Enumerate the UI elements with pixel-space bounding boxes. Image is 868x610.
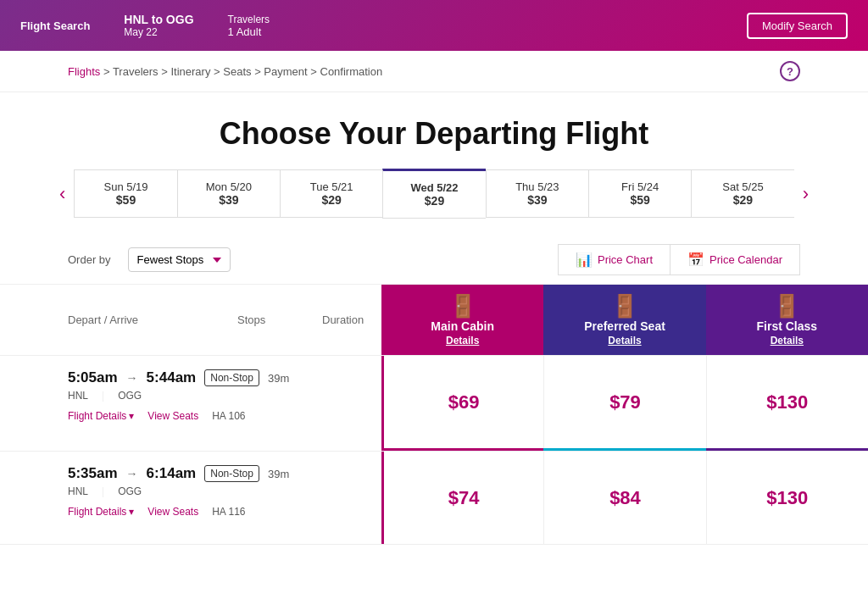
preferred-seat-icon: 🚪 [611,293,638,319]
date-tab-price-4: $39 [493,193,581,207]
price-preferred-0[interactable]: $79 [543,356,705,448]
route-text: HNL to OGG [124,13,193,26]
next-date-arrow[interactable]: › [794,183,817,205]
controls-row: Order by Fewest Stops Price Duration 📊 P… [0,236,868,285]
breadcrumb-area: Flights > Travelers > Itinerary > Seats … [0,51,868,92]
date-tab-1[interactable]: Mon 5/20 $39 [177,169,280,218]
arrive-time-1: 6:14am [147,465,197,482]
calendar-icon: 📅 [687,252,704,268]
date-tab-6[interactable]: Sat 5/25 $29 [691,169,793,218]
arrive-airport-0: OGG [118,390,142,402]
date-tab-day-5: Fri 5/24 [596,180,684,193]
flight-info-0: 5:05am → 5:44am Non-Stop 39m HNL | OGG F… [0,356,381,448]
flight-details-1[interactable]: Flight Details ▾ [68,506,134,518]
date-tab-price-0: $59 [81,193,170,207]
price-chart-label: Price Chart [598,253,653,266]
date-tab-5[interactable]: Fri 5/24 $59 [588,169,691,218]
arrow-icon-0: → [126,371,138,385]
price-calendar-label: Price Calendar [709,253,782,266]
price-chart-button[interactable]: 📊 Price Chart [558,244,670,275]
main-cabin-name: Main Cabin [431,319,494,333]
modify-search-button[interactable]: Modify Search [747,13,848,39]
duration-1: 39m [268,468,289,480]
date-tab-day-6: Sat 5/25 [698,180,787,193]
first-class-details[interactable]: Details [771,335,804,347]
flight-number-1: HA 116 [212,506,245,518]
chevron-down-icon-1: ▾ [129,506,134,518]
date-tab-0[interactable]: Sun 5/19 $59 [74,169,176,218]
arrive-airport-1: OGG [118,485,142,497]
flight-search-label: Flight Search [20,19,90,32]
cabin-header-main[interactable]: 🚪 Main Cabin Details [381,285,543,355]
date-tab-price-1: $39 [185,193,273,207]
header: Flight Search HNL to OGG May 22 Traveler… [0,0,868,51]
date-tab-price-6: $29 [698,193,787,207]
price-calendar-button[interactable]: 📅 Price Calendar [670,244,800,275]
order-by-select[interactable]: Fewest Stops Price Duration [128,247,231,272]
breadcrumb-confirmation: Confirmation [320,65,383,78]
date-tab-day-3: Wed 5/22 [390,181,478,194]
flight-details-0[interactable]: Flight Details ▾ [68,410,134,422]
date-tab-day-0: Sun 5/19 [81,180,170,193]
date-tab-price-5: $59 [596,193,684,207]
date-tab-price-2: $29 [287,193,376,207]
travelers-info: Travelers 1 Adult [228,14,270,38]
breadcrumb-seats[interactable]: Seats [223,65,251,78]
route-date: May 22 [124,26,193,38]
flight-info-1: 5:35am → 6:14am Non-Stop 39m HNL | OGG F… [0,452,381,544]
help-icon[interactable]: ? [780,61,800,81]
date-tab-day-1: Mon 5/20 [185,180,273,193]
flight-row-0: 5:05am → 5:44am Non-Stop 39m HNL | OGG F… [0,355,868,448]
travelers-value: 1 Adult [228,25,270,38]
depart-time-1: 5:35am [68,465,118,482]
travelers-label: Travelers [228,14,270,25]
depart-time-0: 5:05am [68,369,118,386]
cabin-header-preferred[interactable]: 🚪 Preferred Seat Details [543,285,705,355]
main-cabin-details[interactable]: Details [446,335,479,347]
breadcrumb: Flights > Travelers > Itinerary > Seats … [68,65,382,78]
table-header: Depart / Arrive Stops Duration 🚪 Main Ca… [0,285,868,355]
arrive-time-0: 5:44am [147,369,197,386]
date-tab-day-2: Tue 5/21 [287,180,376,193]
breadcrumb-itinerary[interactable]: Itinerary [170,65,210,78]
duration-0: 39m [268,372,289,385]
view-seats-1[interactable]: View Seats [147,506,198,518]
col-depart-arrive: Depart / Arrive [68,313,237,326]
prev-date-arrow[interactable]: ‹ [51,183,74,205]
cabin-header-first[interactable]: 🚪 First Class Details [706,285,868,355]
breadcrumb-payment[interactable]: Payment [264,65,307,78]
preferred-seat-name: Preferred Seat [584,319,665,333]
price-main-1[interactable]: $74 [381,452,543,544]
flight-number-0: HA 106 [212,410,245,422]
depart-airport-1: HNL [68,485,88,497]
chevron-down-icon-0: ▾ [129,410,134,422]
stops-badge-0: Non-Stop [204,369,259,386]
date-tab-2[interactable]: Tue 5/21 $29 [280,169,382,218]
first-class-name: First Class [757,319,818,333]
breadcrumb-flights[interactable]: Flights [68,65,100,78]
date-tab-3[interactable]: Wed 5/22 $29 [382,169,485,219]
view-seats-0[interactable]: View Seats [147,410,198,422]
route-info: HNL to OGG May 22 [124,13,193,38]
price-preferred-1[interactable]: $84 [543,452,705,544]
chart-buttons: 📊 Price Chart 📅 Price Calendar [558,244,800,275]
price-first-0[interactable]: $130 [706,356,868,448]
stops-badge-1: Non-Stop [204,465,259,482]
date-tab-price-3: $29 [390,194,478,208]
preferred-seat-details[interactable]: Details [608,335,641,347]
price-main-0[interactable]: $69 [381,356,543,448]
breadcrumb-travelers[interactable]: Travelers [113,65,159,78]
left-col-headers: Depart / Arrive Stops Duration [0,285,381,355]
date-tab-4[interactable]: Thu 5/23 $39 [486,169,588,218]
price-first-1[interactable]: $130 [706,452,868,544]
arrow-icon-1: → [126,467,138,480]
bar-chart-icon: 📊 [576,252,593,268]
col-stops: Stops [237,313,322,326]
date-tab-day-4: Thu 5/23 [493,180,581,193]
depart-airport-0: HNL [68,390,88,402]
first-class-icon: 🚪 [773,293,800,319]
page-title: Choose Your Departing Flight [0,92,868,169]
main-cabin-icon: 🚪 [449,293,476,319]
order-by-label: Order by [68,253,111,266]
flight-row-1: 5:35am → 6:14am Non-Stop 39m HNL | OGG F… [0,451,868,544]
